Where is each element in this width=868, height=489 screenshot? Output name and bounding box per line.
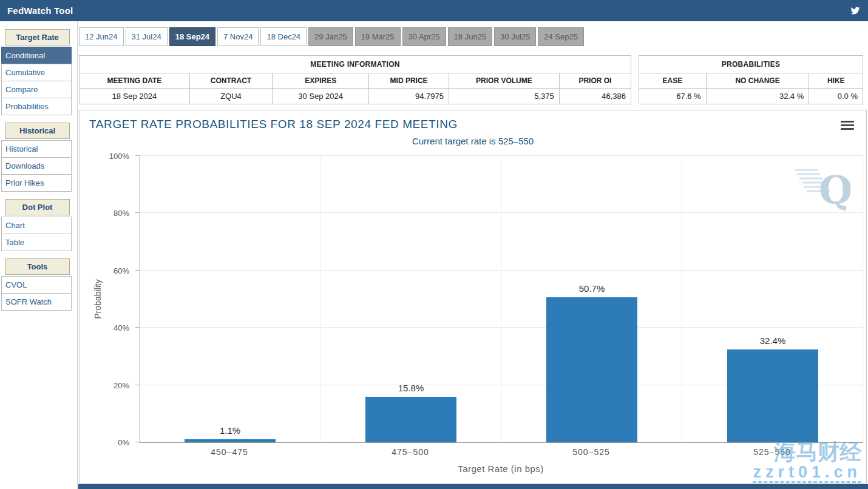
probabilities-cell-hike: 0.0 % xyxy=(809,89,863,104)
sidebar-item-sofr-watch[interactable]: SOFR Watch xyxy=(1,293,72,311)
plot-area: 1.1%15.8%50.7%32.4% xyxy=(139,156,863,443)
sidebar-item-probabilities[interactable]: Probabilities xyxy=(1,98,72,115)
y-axis-tick xyxy=(135,327,140,328)
probabilities-cell-ease: 67.6 % xyxy=(639,89,707,104)
bar-450-475[interactable] xyxy=(185,439,276,442)
tab-12-jun24[interactable]: 12 Jun24 xyxy=(79,27,124,46)
bar-525-550[interactable] xyxy=(727,349,818,442)
gridline-h xyxy=(140,270,863,271)
chart-panel: TARGET RATE PROBABILITIES FOR 18 SEP 202… xyxy=(79,110,867,484)
tab-18-sep24[interactable]: 18 Sep24 xyxy=(169,27,215,46)
meeting-info: MEETING INFORMATIONMEETING DATECONTRACTE… xyxy=(79,55,631,104)
probabilities-colhead-hike: HIKE xyxy=(809,73,863,89)
tab-29-jan25[interactable]: 29 Jan25 xyxy=(308,27,353,46)
sidebar-section-historical[interactable]: Historical xyxy=(5,123,70,139)
y-axis-tick-label: 0% xyxy=(118,438,129,447)
x-axis-labels: 450–475475–500500–525525–550 xyxy=(139,447,863,457)
meeting-info-cell-expires: 30 Sep 2024 xyxy=(273,89,369,104)
tab-30-jul25[interactable]: 30 Jul25 xyxy=(494,27,536,46)
meeting-info-colhead-expires: EXPIRES xyxy=(273,73,369,89)
gridline-h xyxy=(140,212,863,213)
probabilities-title: PROBABILITIES xyxy=(639,56,863,73)
meeting-info-cell-mid-price: 94.7975 xyxy=(369,89,449,104)
info-tables: MEETING INFORMATIONMEETING DATECONTRACTE… xyxy=(79,55,863,104)
sidebar-section-items-dot-plot: ChartTable xyxy=(1,217,72,251)
sidebar-item-conditional[interactable]: Conditional xyxy=(1,47,72,64)
tab-31-jul24[interactable]: 31 Jul24 xyxy=(126,27,168,46)
quikstrike-logo-icon: Q xyxy=(792,163,850,214)
meeting-info-cell-prior-oi: 46,386 xyxy=(559,89,631,104)
probabilities-colhead-no-change: NO CHANGE xyxy=(706,73,809,89)
x-category-label-450-475: 450–475 xyxy=(139,447,320,457)
tab-18-dec24[interactable]: 18 Dec24 xyxy=(260,27,307,46)
gridline-v xyxy=(863,156,863,442)
chart-subtitle: Current target rate is 525–550 xyxy=(80,136,866,146)
y-axis-tick-label: 100% xyxy=(109,152,129,161)
x-category-label-475-500: 475–500 xyxy=(320,447,501,457)
sidebar-item-cumulative[interactable]: Cumulative xyxy=(1,64,72,81)
bar-value-label-475-500: 15.8% xyxy=(320,383,501,393)
sidebar-item-compare[interactable]: Compare xyxy=(1,81,72,98)
gridline-v xyxy=(501,156,501,442)
x-axis-title: Target Rate (in bps) xyxy=(139,464,863,474)
sidebar-section-items-target-rate: ConditionalCumulativeCompareProbabilitie… xyxy=(1,47,72,115)
y-axis: 0%20%40%60%80%100% xyxy=(80,156,135,442)
twitter-icon[interactable] xyxy=(850,6,861,15)
probabilities: PROBABILITIESEASENO CHANGEHIKE67.6 %32.4… xyxy=(639,55,863,104)
probabilities-colhead-ease: EASE xyxy=(639,73,707,89)
meeting-info-cell-prior-volume: 5,375 xyxy=(449,89,560,104)
sidebar-item-downloads[interactable]: Downloads xyxy=(1,157,72,175)
sidebar: Target RateConditionalCumulativeCompareP… xyxy=(0,21,78,489)
bar-value-label-450-475: 1.1% xyxy=(140,425,320,436)
y-axis-tick-label: 60% xyxy=(114,266,129,275)
tab-30-apr25[interactable]: 30 Apr25 xyxy=(402,27,446,46)
svg-text:Q: Q xyxy=(819,167,850,211)
sidebar-item-chart[interactable]: Chart xyxy=(1,217,72,234)
sidebar-section-items-tools: CVOLSOFR Watch xyxy=(1,276,72,311)
sidebar-section-items-historical: HistoricalDownloadsPrior Hikes xyxy=(1,140,72,192)
main-content: 12 Jun2431 Jul2418 Sep247 Nov2418 Dec242… xyxy=(79,21,868,489)
sidebar-item-prior-hikes[interactable]: Prior Hikes xyxy=(1,174,72,192)
chart-title: TARGET RATE PROBABILITIES FOR 18 SEP 202… xyxy=(89,118,458,131)
sidebar-item-historical[interactable]: Historical xyxy=(1,140,72,158)
meeting-info-colhead-meeting-date: MEETING DATE xyxy=(80,73,190,89)
y-axis-tick xyxy=(135,385,140,385)
gridline-h xyxy=(140,327,863,328)
meeting-tabs: 12 Jun2431 Jul2418 Sep247 Nov2418 Dec242… xyxy=(79,27,584,46)
meeting-info-cell-meeting-date: 18 Sep 2024 xyxy=(80,89,190,104)
probabilities-cell-no-change: 32.4 % xyxy=(706,89,809,104)
y-axis-tick-label: 40% xyxy=(114,323,129,332)
meeting-info-colhead-prior-oi: PRIOR OI xyxy=(559,73,631,89)
y-axis-tick-label: 80% xyxy=(114,209,129,218)
x-category-label-525-550: 525–550 xyxy=(682,447,863,457)
meeting-info-cell-contract: ZQU4 xyxy=(189,89,272,104)
tab-18-jun25[interactable]: 18 Jun25 xyxy=(448,27,493,46)
gridline-h xyxy=(140,155,863,156)
fedwatch-app: FedWatch Tool Target RateConditionalCumu… xyxy=(0,0,868,489)
y-axis-tick-label: 20% xyxy=(114,381,129,390)
bar-value-label-500-525: 50.7% xyxy=(501,283,682,294)
bar-500-525[interactable] xyxy=(546,297,637,442)
app-header: FedWatch Tool xyxy=(0,0,868,21)
meeting-info-colhead-mid-price: MID PRICE xyxy=(369,73,449,89)
y-axis-tick xyxy=(135,442,140,442)
tab-24-sep25[interactable]: 24 Sep25 xyxy=(538,27,584,46)
sidebar-item-cvol[interactable]: CVOL xyxy=(1,276,72,294)
meeting-info-colhead-prior-volume: PRIOR VOLUME xyxy=(449,73,560,89)
y-axis-tick xyxy=(135,155,140,156)
y-axis-tick xyxy=(135,270,140,271)
meeting-info-title: MEETING INFORMATION xyxy=(80,56,631,73)
sidebar-section-dot-plot[interactable]: Dot Plot xyxy=(5,199,70,215)
tab-19-mar25[interactable]: 19 Mar25 xyxy=(355,27,401,46)
sidebar-section-target-rate[interactable]: Target Rate xyxy=(5,29,70,46)
bar-475-500[interactable] xyxy=(365,397,456,442)
app-title: FedWatch Tool xyxy=(7,5,73,16)
sidebar-item-table[interactable]: Table xyxy=(1,234,72,251)
footer-bar xyxy=(78,484,868,489)
gridline-v xyxy=(682,156,682,442)
meeting-info-colhead-contract: CONTRACT xyxy=(189,73,272,89)
tab-7-nov24[interactable]: 7 Nov24 xyxy=(217,27,259,46)
chart-context-menu-icon[interactable] xyxy=(841,119,854,132)
meeting-information-table: MEETING INFORMATIONMEETING DATECONTRACTE… xyxy=(79,55,631,104)
sidebar-section-tools[interactable]: Tools xyxy=(5,258,70,275)
